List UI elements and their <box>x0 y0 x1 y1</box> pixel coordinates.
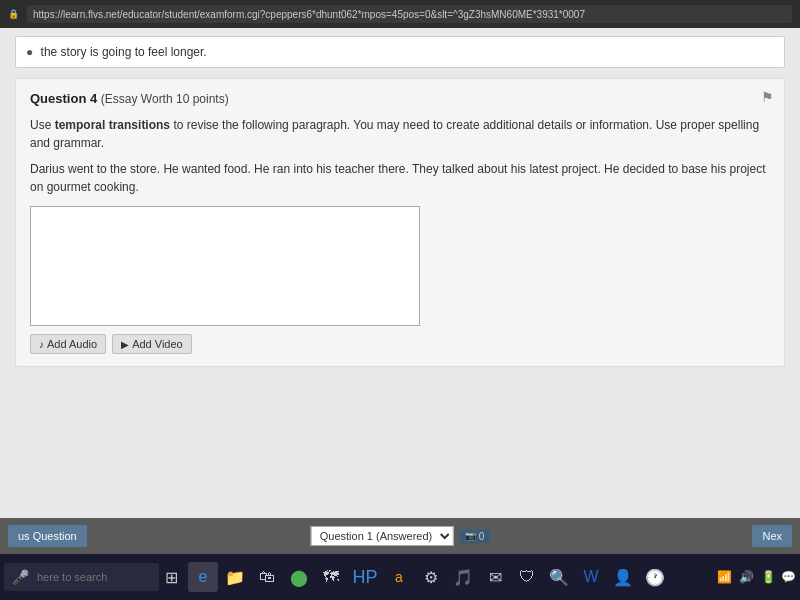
person-icon[interactable]: 👤 <box>608 562 638 592</box>
taskbar-search-wrap: 🎤 <box>4 563 154 591</box>
next-question-button[interactable]: Nex <box>752 525 792 547</box>
prev-answer-text: ● the story is going to feel longer. <box>26 45 774 59</box>
taskbar: 🎤 ⊞ e 📁 🛍 ⬤ 🗺 HP a ⚙ 🎵 ✉ 🛡 🔍 W 👤 🕐 📶 🔊 🔋… <box>0 554 800 600</box>
task-view-icon[interactable]: ⊞ <box>156 562 186 592</box>
prev-question-button[interactable]: us Question <box>8 525 87 547</box>
bullet-icon: ● <box>26 45 33 59</box>
prev-answer-box: ● the story is going to feel longer. <box>15 36 785 68</box>
volume-icon[interactable]: 🔊 <box>737 570 756 584</box>
answered-badge: 📷 0 <box>460 530 490 543</box>
prev-answer-content: the story is going to feel longer. <box>41 45 207 59</box>
network-icon[interactable]: 📶 <box>715 570 734 584</box>
media-buttons-row: ♪ Add Audio ▶ Add Video <box>30 334 770 354</box>
lock-icon: 🔒 <box>8 9 19 19</box>
media-icon[interactable]: 🎵 <box>448 562 478 592</box>
hp-icon[interactable]: HP <box>350 562 380 592</box>
prev-question-label: us Question <box>18 530 77 542</box>
add-audio-label: Add Audio <box>47 338 97 350</box>
question-label: Question <box>30 91 90 106</box>
chrome-icon[interactable]: ⬤ <box>284 562 314 592</box>
notification-icon[interactable]: 💬 <box>781 570 796 584</box>
taskbar-search-input[interactable] <box>29 563 159 591</box>
browser-bar: 🔒 https://learn.flvs.net/educator/studen… <box>0 0 800 28</box>
clock-icon[interactable]: 🕐 <box>640 562 670 592</box>
next-question-label: Nex <box>762 530 782 542</box>
microphone-icon[interactable]: 🎤 <box>12 569 29 585</box>
question-type: Essay <box>105 92 138 106</box>
question-box: Question 4 (Essay Worth 10 points) ⚑ Use… <box>15 78 785 367</box>
question-instructions: Use temporal transitions to revise the f… <box>30 116 770 152</box>
video-icon: ▶ <box>121 339 129 350</box>
flag-icon[interactable]: ⚑ <box>761 89 774 105</box>
question-select[interactable]: Question 1 (Answered) <box>311 526 454 546</box>
word-icon[interactable]: W <box>576 562 606 592</box>
question-points-value: Worth 10 points <box>141 92 225 106</box>
edge-icon[interactable]: e <box>188 562 218 592</box>
search2-icon[interactable]: 🔍 <box>544 562 574 592</box>
question-dropdown-wrap: Question 1 (Answered) 📷 0 <box>311 526 490 546</box>
url-text: https://learn.flvs.net/educator/student/… <box>33 9 585 20</box>
settings-icon[interactable]: ⚙ <box>416 562 446 592</box>
add-video-label: Add Video <box>132 338 183 350</box>
mail-icon[interactable]: ✉ <box>480 562 510 592</box>
amazon-icon[interactable]: a <box>384 562 414 592</box>
battery-icon[interactable]: 🔋 <box>759 570 778 584</box>
nav-bar: us Question Question 1 (Answered) 📷 0 Ne… <box>0 518 800 554</box>
maps-icon[interactable]: 🗺 <box>316 562 346 592</box>
file-explorer-icon[interactable]: 📁 <box>220 562 250 592</box>
page-content: ● the story is going to feel longer. Que… <box>0 28 800 518</box>
camera-icon: 📷 <box>465 531 476 541</box>
question-header: Question 4 (Essay Worth 10 points) <box>30 91 770 106</box>
answer-textarea[interactable] <box>30 206 420 326</box>
add-video-button[interactable]: ▶ Add Video <box>112 334 192 354</box>
badge-count: 0 <box>479 531 485 542</box>
question-number: 4 <box>90 91 97 106</box>
url-bar[interactable]: https://learn.flvs.net/educator/student/… <box>27 5 792 23</box>
passage-text: Darius went to the store. He wanted food… <box>30 160 770 196</box>
store-icon[interactable]: 🛍 <box>252 562 282 592</box>
question-points: (Essay Worth 10 points) <box>101 92 229 106</box>
add-audio-button[interactable]: ♪ Add Audio <box>30 334 106 354</box>
audio-icon: ♪ <box>39 339 44 350</box>
taskbar-right: 📶 🔊 🔋 💬 <box>715 570 796 584</box>
antivirus-icon[interactable]: 🛡 <box>512 562 542 592</box>
